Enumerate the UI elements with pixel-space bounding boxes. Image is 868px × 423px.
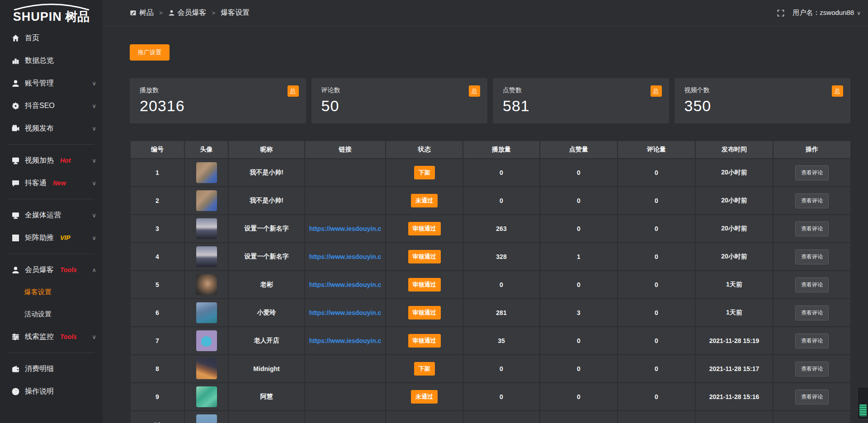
cell-status: 下架	[386, 355, 463, 383]
user-menu[interactable]: 用户名：zswodun88 ∨	[793, 9, 861, 17]
table-header-row: 编号头像昵称链接状态播放量点赞量评论量发布时间操作	[130, 141, 851, 159]
video-link[interactable]: https://www.iesdouyin.c	[309, 225, 382, 232]
cell-likes: 0	[540, 271, 618, 299]
avatar	[196, 274, 217, 295]
cell-status: 审核通过	[386, 299, 463, 327]
stat-value: 581	[503, 97, 659, 115]
view-comments-button[interactable]: 查看评论	[795, 193, 829, 208]
cell-plays: 0	[463, 383, 540, 411]
breadcrumb-item-树品[interactable]: 树品	[130, 8, 154, 18]
column-header-评论量: 评论量	[618, 141, 695, 159]
stat-card-视频个数: 视频个数 350 总	[675, 78, 851, 123]
cell-comments: 0	[618, 243, 695, 271]
view-comments-button[interactable]: 查看评论	[795, 334, 829, 348]
breadcrumb-label: 会员爆客	[178, 8, 207, 18]
cell-likes: 0	[540, 215, 618, 243]
sidebar-item-全媒体运营[interactable]: 全媒体运营 ∨	[0, 204, 103, 226]
view-comments-button[interactable]: 查看评论	[795, 306, 829, 320]
video-link[interactable]: https://www.iesdouyin.c	[309, 253, 382, 260]
sidebar-item-视频发布[interactable]: 视频发布 ∨	[0, 117, 103, 140]
cell-number: 1	[130, 159, 184, 187]
stat-cards: 播放数 20316 总 评论数 50 总 点赞数 581 总 视频个数 350 …	[130, 78, 850, 123]
cell-comments: 0	[618, 271, 695, 299]
monitor-icon	[12, 212, 20, 219]
cell-link	[305, 355, 386, 383]
cell-likes	[540, 411, 618, 423]
table-row: 4 设置一个新名字 https://www.iesdouyin.c 审核通过 3…	[130, 243, 851, 271]
video-icon	[12, 125, 20, 132]
video-link[interactable]: https://www.iesdouyin.c	[309, 281, 382, 288]
cell-time: 2021-11-28 15:17	[695, 355, 773, 383]
cell-time: 20小时前	[695, 243, 773, 271]
cell-number: 5	[130, 271, 184, 299]
cell-number: 3	[130, 215, 184, 243]
stat-label: 评论数	[321, 86, 478, 94]
topbar-right: 用户名：zswodun88 ∨	[777, 9, 861, 17]
sidebar-item-label: 矩阵助推	[25, 233, 54, 243]
sidebar-item-视频加热[interactable]: 视频加热 Hot ∨	[0, 149, 103, 172]
chevron-up-icon: ∧	[92, 267, 96, 273]
view-comments-button[interactable]: 查看评论	[795, 249, 829, 264]
cell-comments: 0	[618, 187, 695, 215]
promo-settings-button[interactable]: 推广设置	[130, 44, 170, 61]
cell-likes: 0	[540, 355, 618, 383]
sidebar-item-矩阵助推[interactable]: 矩阵助推 VIP ∨	[0, 226, 103, 249]
status-badge: 审核通过	[408, 306, 441, 320]
gear-icon	[12, 102, 20, 110]
sidebar-item-抖客通[interactable]: 抖客通 New ∨	[0, 172, 103, 194]
column-header-编号: 编号	[130, 141, 184, 159]
cell-plays: 0	[463, 159, 540, 187]
username-label: 用户名：zswodun88	[793, 9, 854, 17]
sidebar-subitem-爆客设置[interactable]: 爆客设置	[0, 281, 103, 303]
avatar	[196, 218, 217, 239]
chevron-down-icon: ∨	[857, 10, 861, 16]
cell-status: 审核通过	[386, 243, 463, 271]
avatar	[196, 302, 217, 323]
sidebar-item-消费明细[interactable]: 消费明细	[0, 357, 103, 380]
video-link[interactable]: https://www.iesdouyin.c	[309, 309, 382, 316]
cell-number: 4	[130, 243, 184, 271]
sidebar-item-数据总览[interactable]: 数据总览	[0, 49, 103, 72]
cell-likes: 0	[540, 327, 618, 355]
cell-status: 审核通过	[386, 327, 463, 355]
view-comments-button[interactable]: 查看评论	[795, 221, 829, 236]
sidebar-item-账号管理[interactable]: 账号管理 ∨	[0, 72, 103, 94]
cell-action: 查看评论	[773, 299, 851, 327]
sidebar-item-抖音SEO[interactable]: 抖音SEO ∨	[0, 94, 103, 117]
status-badge: 下架	[414, 166, 435, 179]
chevron-down-icon: ∨	[92, 125, 96, 132]
sidebar-item-线索监控[interactable]: 线索监控 Tools ∨	[0, 325, 103, 348]
cell-avatar	[184, 271, 228, 299]
cell-action: 查看评论	[773, 187, 851, 215]
cell-link	[305, 159, 386, 187]
table-row: 2 我不是小帅! 未通过 0 0 0 20小时前 查看评论	[130, 187, 851, 215]
cell-action: 查看评论	[773, 215, 851, 243]
cell-comments: 0	[618, 299, 695, 327]
fullscreen-icon[interactable]	[777, 9, 784, 17]
breadcrumb-item-会员爆客[interactable]: 会员爆客	[168, 8, 207, 18]
table-row: 8 Midnight 下架 0 0 0 2021-11-28 15:17 查看评…	[130, 355, 851, 383]
cell-comments	[618, 411, 695, 423]
status-badge: 审核通过	[408, 334, 441, 348]
divider	[8, 254, 94, 254]
sidebar-item-label: 首页	[25, 33, 39, 43]
sidebar-item-操作说明[interactable]: ? 操作说明	[0, 380, 103, 403]
view-comments-button[interactable]: 查看评论	[795, 362, 829, 376]
sidebar-item-会员爆客[interactable]: 会员爆客 Tools ∧	[0, 258, 103, 281]
cell-avatar	[184, 299, 228, 327]
sidebar-item-首页[interactable]: 首页	[0, 27, 103, 49]
chevron-down-icon: ∨	[92, 103, 96, 109]
cell-time: 1天前	[695, 299, 773, 327]
video-link[interactable]: https://www.iesdouyin.c	[309, 337, 382, 344]
stat-label: 播放数	[140, 86, 296, 94]
breadcrumb-item-爆客设置: 爆客设置	[221, 8, 250, 18]
view-comments-button[interactable]: 查看评论	[795, 390, 829, 404]
view-comments-button[interactable]: 查看评论	[795, 165, 829, 180]
table-row: 6 小爱玲 https://www.iesdouyin.c 审核通过 281 3…	[130, 299, 851, 327]
total-badge: 总	[651, 85, 662, 97]
floating-widget[interactable]	[857, 387, 868, 419]
screen-icon	[12, 157, 20, 164]
chevron-down-icon: ∨	[92, 157, 96, 164]
view-comments-button[interactable]: 查看评论	[795, 277, 829, 292]
sidebar-subitem-活动设置[interactable]: 活动设置	[0, 303, 103, 325]
